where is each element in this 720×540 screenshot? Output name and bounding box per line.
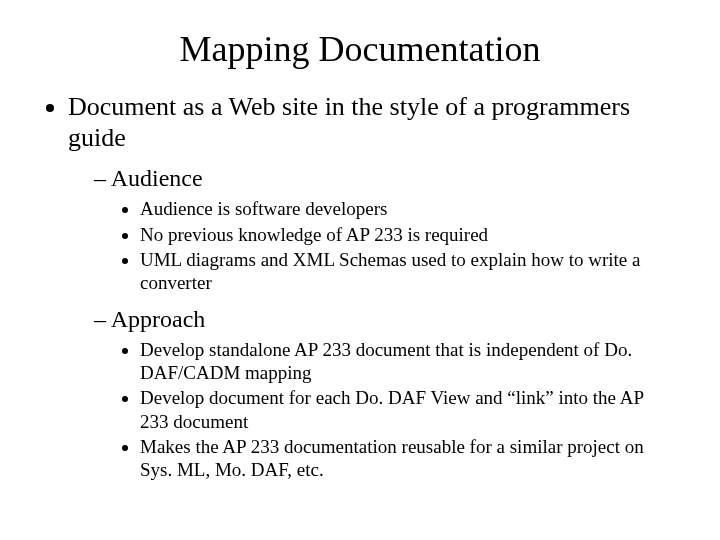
bullet-lvl3: Audience is software developers: [140, 197, 680, 220]
bullet-list-lvl3: Develop standalone AP 233 document that …: [94, 338, 680, 481]
bullet-list-lvl3: Audience is software developers No previ…: [94, 197, 680, 294]
bullet-text: UML diagrams and XML Schemas used to exp…: [140, 249, 640, 293]
bullet-lvl3: UML diagrams and XML Schemas used to exp…: [140, 248, 680, 294]
bullet-list-lvl1: Document as a Web site in the style of a…: [40, 92, 680, 481]
bullet-text: Makes the AP 233 documentation reusable …: [140, 436, 644, 480]
bullet-text: Document as a Web site in the style of a…: [68, 92, 630, 152]
bullet-text: No previous knowledge of AP 233 is requi…: [140, 224, 488, 245]
bullet-lvl2: Audience Audience is software developers…: [94, 163, 680, 294]
slide: Mapping Documentation Document as a Web …: [0, 0, 720, 540]
bullet-lvl3: No previous knowledge of AP 233 is requi…: [140, 223, 680, 246]
bullet-lvl3: Makes the AP 233 documentation reusable …: [140, 435, 680, 481]
bullet-lvl3: Develop standalone AP 233 document that …: [140, 338, 680, 384]
bullet-lvl3: Develop document for each Do. DAF View a…: [140, 386, 680, 432]
bullet-text: Develop standalone AP 233 document that …: [140, 339, 632, 383]
bullet-lvl1: Document as a Web site in the style of a…: [68, 92, 680, 481]
bullet-text: Audience: [111, 165, 203, 191]
slide-title: Mapping Documentation: [40, 28, 680, 70]
bullet-lvl2: Approach Develop standalone AP 233 docum…: [94, 304, 680, 481]
bullet-text: Approach: [111, 306, 206, 332]
bullet-text: Develop document for each Do. DAF View a…: [140, 387, 643, 431]
bullet-list-lvl2: Audience Audience is software developers…: [68, 163, 680, 481]
bullet-text: Audience is software developers: [140, 198, 387, 219]
